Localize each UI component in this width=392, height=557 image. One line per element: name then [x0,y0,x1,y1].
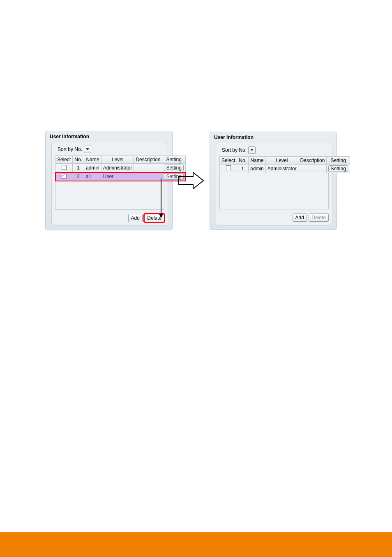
cell-name: admin [249,164,266,173]
panel-title: User Information [50,134,168,139]
page-footer [0,532,392,557]
setting-button[interactable]: Setting [328,165,348,172]
col-description[interactable]: Description [298,156,327,164]
row-checkbox[interactable] [62,165,67,170]
sort-dropdown[interactable] [248,146,256,154]
cell-no: 2 [73,172,84,181]
cell-description [134,172,162,181]
user-info-panel-right: User Information Sort by No. Select No. … [210,132,337,230]
col-setting[interactable]: Setting [162,156,185,164]
inner-panel-right: Sort by No. Select No. Name Level Descri… [216,143,332,225]
table-empty-area [219,173,329,209]
col-select[interactable]: Select [220,156,237,164]
chevron-down-icon [86,148,89,151]
col-no[interactable]: No. [73,156,84,164]
col-no[interactable]: No. [237,156,249,164]
inner-panel-left: Sort by No. Select No. Name Level Descri… [51,142,168,226]
col-name[interactable]: Name [249,156,266,164]
col-level[interactable]: Level [265,156,298,164]
col-setting[interactable]: Setting [327,156,350,164]
panel-title: User Information [214,135,332,140]
delete-button: Delete [309,214,329,222]
sort-dropdown[interactable] [84,146,91,153]
table-empty-area [55,181,164,210]
sort-label: Sort by No. [222,147,247,153]
col-name[interactable]: Name [84,156,101,164]
cell-description [298,164,327,173]
row-checkbox[interactable] [226,165,231,170]
cell-no: 1 [237,164,249,173]
table-header-row: Select No. Name Level Description Settin… [55,156,186,164]
sort-row: Sort by No. [222,146,329,154]
add-button[interactable]: Add [128,214,143,222]
table-row[interactable]: 1 admin Administrator Setting [220,164,350,173]
diagram-container: User Information Sort by No. Select No. … [45,131,347,230]
table-header-row: Select No. Name Level Description Settin… [220,156,350,164]
button-row: Add Delete [219,214,329,222]
annotation-arrow [159,178,171,223]
sort-label: Sort by No. [58,146,82,152]
button-row: Add Delete [55,214,164,222]
cell-level: User [101,172,134,181]
user-table-right: Select No. Name Level Description Settin… [219,156,350,173]
cell-description [134,164,162,172]
user-table-left: Select No. Name Level Description Settin… [55,155,186,181]
cell-level: Administrator [265,164,298,173]
user-info-panel-left: User Information Sort by No. Select No. … [45,131,173,230]
table-row[interactable]: 1 admin Administrator Setting [55,164,186,172]
col-description[interactable]: Description [134,156,162,164]
add-button[interactable]: Add [293,214,307,222]
col-level[interactable]: Level [101,156,134,164]
cell-name: a1 [84,172,101,181]
cell-level: Administrator [101,164,134,172]
right-arrow-icon [177,170,205,191]
sort-row: Sort by No. [58,146,164,153]
cell-name: admin [84,164,101,172]
transition-arrow [177,170,205,191]
col-select[interactable]: Select [55,156,73,164]
chevron-down-icon [250,149,254,151]
row-checkbox[interactable] [62,174,67,179]
cell-no: 1 [73,164,84,172]
